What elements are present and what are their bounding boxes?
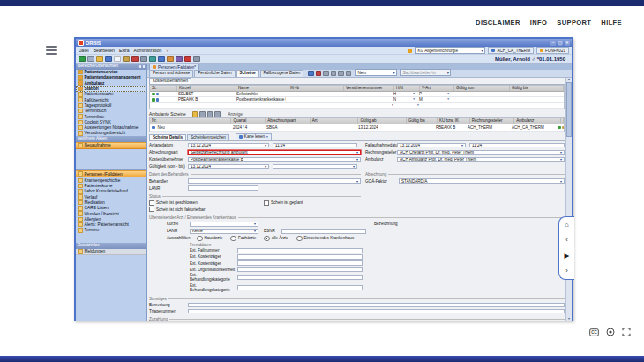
tab-scheine-details[interactable]: Scheine Details (149, 134, 186, 140)
subtitles-icon[interactable]: CC (589, 328, 599, 336)
tab-persoenliche-daten[interactable]: Persönliche Daten (194, 70, 235, 77)
side-nav-icon[interactable]: ‹ (565, 237, 568, 244)
fremddaten-field[interactable] (237, 285, 363, 290)
top-nav-link[interactable]: DISCLAIMER (476, 19, 520, 26)
schein-row[interactable]: Neu 2024 / 4 SBGA 13.12.2024 PBEAKK B AC… (150, 124, 564, 132)
sidebar-group-item[interactable]: Patientendatenmanagement (76, 75, 146, 80)
bemerkung-field[interactable] (188, 303, 565, 308)
vart-select[interactable]: M (416, 97, 450, 102)
tab-person-und-adresse[interactable]: Person und Adresse (149, 70, 193, 77)
sachbearbeiter-combo[interactable]: Sachbearbeiter/-in (400, 69, 451, 76)
toolbar-icon[interactable] (184, 56, 191, 63)
fremddaten-field[interactable] (237, 267, 363, 272)
hn-select[interactable]: N (390, 97, 416, 102)
fallaufnahmedatum-field[interactable]: 13.12.2024 (397, 143, 466, 148)
scroll-thumb[interactable] (566, 82, 572, 137)
toolbar-icon[interactable] (87, 56, 94, 63)
window-titlebar[interactable]: ORBIS –▢✕ (76, 39, 572, 47)
tab-scheine[interactable]: Scheine (236, 70, 259, 77)
record-action-icon[interactable] (323, 71, 329, 77)
fremddaten-field[interactable] (237, 248, 363, 253)
toolbar-icon[interactable] (79, 56, 86, 63)
kuerzel-field[interactable] (190, 222, 258, 227)
toolbar-icon[interactable] (105, 56, 112, 63)
menu-item[interactable]: Bearbeiten (94, 48, 115, 53)
anlagedatum-field[interactable]: 13.12.2024 (188, 143, 269, 148)
hamburger-menu-icon[interactable] (46, 46, 57, 55)
schein-action-icon[interactable] (207, 111, 213, 117)
rechnungssteller-field[interactable]: ACH Chefarzt Prof. Dr. med. Peter Thiem (397, 150, 565, 155)
checkbox-schein-nicht-fakturierbar[interactable]: Schein ist nicht fakturierbar (149, 207, 205, 212)
record-icon[interactable] (606, 328, 615, 336)
fremddaten-field[interactable] (237, 275, 363, 281)
toolbar-icon[interactable] (123, 56, 130, 63)
fallaufnahmezeit-field[interactable]: 11:24 (469, 143, 565, 148)
vart-select[interactable]: P (416, 92, 450, 97)
vertical-scrollbar[interactable]: ▲ ▼ (565, 78, 572, 321)
side-nav-icon[interactable]: ▶ (565, 253, 570, 260)
hn-select[interactable] (390, 103, 416, 109)
scroll-up-icon[interactable]: ▲ (567, 78, 570, 81)
record-action-icon[interactable] (346, 71, 352, 77)
toolbar-icon[interactable] (176, 56, 183, 63)
record-action-icon[interactable] (331, 71, 337, 77)
menu-item[interactable]: Datei (79, 48, 89, 53)
schein-status-icon[interactable] (562, 126, 565, 130)
lanr2-field[interactable]: Keine (190, 229, 258, 234)
top-nav-link[interactable]: HILFE (601, 19, 622, 26)
sidebar-record-item[interactable]: Personen-/Falldaten (76, 170, 146, 177)
bsnr-field[interactable] (281, 229, 366, 234)
toolbar-icon[interactable] (149, 56, 156, 63)
tab-scheinkennzeichen[interactable]: Scheinkennzeichen (187, 134, 229, 140)
department-combo[interactable]: KG Allgemeinchirurgie (415, 47, 485, 54)
sidebar-item[interactable]: Auswertungen Notaufnahme (76, 124, 146, 130)
schein-action-icon[interactable] (192, 111, 198, 117)
toolbar-icon[interactable] (96, 56, 103, 63)
record-action-icon[interactable] (338, 71, 344, 77)
chec kbox-schein-geplant[interactable]: Schein ist geplant (264, 200, 303, 206)
toolbar-icon[interactable] (193, 56, 200, 63)
toolbar-icon[interactable] (158, 56, 165, 63)
fullscreen-icon[interactable] (622, 328, 631, 336)
top-nav-link[interactable]: INFO (530, 19, 548, 26)
workplace-button-2[interactable]: FUNFK021 (536, 47, 569, 54)
side-nav-icon[interactable]: › (565, 268, 568, 275)
toolbar-icon[interactable] (140, 56, 147, 63)
window-control-icon[interactable]: – (550, 41, 556, 46)
schein-status-icon[interactable] (558, 126, 561, 130)
goa-faktor-field[interactable]: STANDARD/A (399, 178, 565, 184)
record-action-icon[interactable] (308, 71, 314, 77)
sidebar-item-neuaufnahme[interactable]: Neuaufnahme (76, 142, 146, 149)
tab-kostenuebernahmen[interactable]: Kostenübernahmen (149, 78, 191, 84)
hn-select[interactable]: H (390, 92, 416, 97)
anlagezeit-field[interactable]: 11:24 (273, 143, 357, 148)
toolbar-icon[interactable] (167, 56, 174, 63)
menu-item[interactable]: Administration (134, 48, 162, 53)
fremddaten-field[interactable] (237, 260, 363, 266)
side-nav-icon[interactable]: ⌂ (565, 222, 569, 229)
table-row-empty[interactable] (150, 103, 564, 109)
vart-select[interactable] (416, 103, 450, 109)
karte-lesen-button[interactable]: Karte lesen (236, 133, 272, 140)
window-control-icon[interactable]: ✕ (565, 41, 570, 46)
schein-action-icon[interactable] (214, 111, 221, 117)
menu-item[interactable]: ? (166, 48, 168, 53)
nein-combo[interactable]: Nein (355, 69, 397, 76)
tab-fallbezogene-daten[interactable]: Fallbezogene Daten (260, 70, 304, 77)
workplace-button-1[interactable]: ACH_CA_THERM (488, 47, 534, 54)
menu-item[interactable]: Extra (119, 48, 130, 53)
record-action-icon[interactable] (316, 71, 322, 77)
fremddaten-field[interactable] (237, 254, 363, 260)
behandler-field[interactable] (188, 178, 361, 184)
ambulanz-field[interactable]: ACH Ambulanz Prof. Dr. med. Peter Thiem (397, 157, 565, 162)
toolbar-icon[interactable] (114, 56, 121, 63)
checkbox-schein-geschlossen[interactable]: Schein ist geschlossen (149, 200, 264, 206)
toolbar-icon[interactable] (131, 56, 139, 63)
top-nav-link[interactable]: SUPPORT (557, 19, 591, 26)
scroll-down-icon[interactable]: ▼ (567, 317, 570, 321)
abrechnungsart-field[interactable]: Selbstzahlerrechnung ambulant (188, 150, 361, 155)
sidebar-item-meldungen[interactable]: Meldungen (76, 249, 146, 255)
schein-action-icon[interactable] (199, 111, 206, 117)
document-tab[interactable]: Personen-/Falldaten* (149, 64, 199, 70)
window-control-icon[interactable]: ▢ (558, 41, 563, 46)
